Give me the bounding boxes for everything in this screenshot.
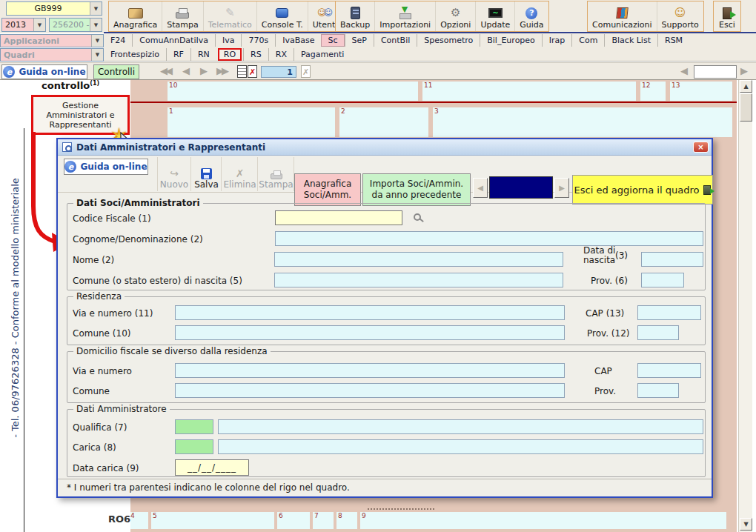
cognome-input[interactable] (275, 231, 703, 246)
importa-soci-button[interactable]: Importa Soci/Ammin. da anno precedente (362, 173, 471, 206)
data-carica-input[interactable]: __/__/____ (175, 459, 249, 476)
tab-f24[interactable]: F24 (104, 34, 132, 47)
quadri-combobox[interactable]: Quadri ▼ (0, 48, 104, 61)
residenza-prov-input[interactable] (637, 325, 679, 340)
chevron-down-icon[interactable]: ▼ (33, 19, 45, 31)
tab-bil-europeo[interactable]: Bil_Europeo (480, 34, 542, 47)
prov-nascita-input[interactable] (641, 273, 684, 287)
console-button[interactable]: Console T. (257, 1, 308, 31)
prev-record-icon[interactable]: ◀ (182, 65, 188, 76)
guida-button[interactable]: ? Guida (515, 1, 548, 31)
comune-nascita-input[interactable] (274, 273, 563, 287)
tab-com[interactable]: Com (571, 34, 604, 47)
residenza-via-input[interactable] (175, 305, 565, 320)
supporto-button[interactable]: ☺ Supporto (657, 1, 703, 31)
search-magnifier-icon[interactable] (414, 213, 421, 221)
pager-left-icon[interactable]: ◀ (680, 65, 686, 76)
controlli-button[interactable]: Controlli (93, 64, 139, 79)
domicilio-prov-input[interactable] (637, 383, 679, 398)
carica-input[interactable] (218, 439, 703, 454)
elimina-button[interactable]: ✗ Elimina (222, 157, 258, 191)
guida-online-button[interactable]: e Guida on-line (1, 64, 87, 79)
update-button[interactable]: ~ Update (476, 1, 515, 31)
qualifica-input[interactable] (218, 419, 703, 434)
form-cell[interactable]: 8 (336, 512, 357, 529)
tab-770s[interactable]: 770s (241, 34, 275, 47)
tab-pagamenti[interactable]: Pagamenti (294, 48, 351, 61)
tab-rx[interactable]: RX (268, 48, 294, 61)
applicazioni-combobox[interactable]: Applicazioni ▼ (0, 34, 104, 47)
pager-value-box[interactable] (694, 65, 737, 79)
domicilio-cap-input[interactable] (637, 363, 701, 378)
chevron-down-icon[interactable]: ▼ (90, 2, 102, 15)
tab-sc-active[interactable]: Sc (321, 34, 344, 47)
domicilio-comune-input[interactable] (175, 383, 565, 398)
stampa-button[interactable]: Stampa (162, 1, 203, 31)
tab-frontespizio[interactable]: Frontespizio (104, 48, 166, 61)
tab-black-list[interactable]: Black List (604, 34, 657, 47)
delete-page-icon[interactable]: ✗ (248, 65, 257, 78)
first-record-icon[interactable]: ◀◀ (160, 65, 170, 76)
form-cell[interactable]: 9 (360, 512, 726, 529)
esci-aggiorna-button[interactable]: Esci ed aggiorna il quadro (572, 175, 713, 205)
dialog-stampa-button[interactable]: Stampa (259, 157, 294, 191)
anagrafica-button[interactable]: Anagrafica (109, 1, 162, 31)
pager-right-icon[interactable]: ▶ (740, 65, 746, 76)
form-cell[interactable]: 3 (433, 107, 732, 137)
tab-rs[interactable]: RS (243, 48, 268, 61)
tab-spesometro[interactable]: Spesometro (417, 34, 480, 47)
tab-rf[interactable]: RF (166, 48, 190, 61)
scroll-up-icon[interactable]: ▲ (740, 80, 752, 93)
form-cell[interactable]: 10 (168, 82, 418, 101)
backup-button[interactable]: Backup (336, 1, 375, 31)
next-record-icon[interactable]: ▶ (200, 65, 205, 76)
form-cell[interactable]: 12 (640, 82, 666, 101)
record-next-icon[interactable]: ▶ (554, 178, 569, 198)
close-icon[interactable]: × (693, 142, 709, 153)
tab-iva[interactable]: Iva (215, 34, 242, 47)
form-cell[interactable]: 1 (168, 107, 335, 137)
tab-sep[interactable]: SeP (345, 34, 374, 47)
form-cell[interactable]: 13 (670, 82, 732, 101)
comunicazioni-button[interactable]: Comunicazioni (588, 1, 657, 31)
scroll-down-icon[interactable]: ▼ (740, 518, 752, 531)
form-cell[interactable]: 2 (339, 107, 428, 137)
form-cell[interactable]: 11 (422, 82, 636, 101)
form-cell[interactable]: 7 (313, 512, 334, 529)
data-nascita-input[interactable] (641, 252, 703, 267)
opzioni-button[interactable]: ⚙ Opzioni (436, 1, 476, 31)
client-combobox[interactable]: GB999 ▼ (6, 1, 102, 16)
year-combobox[interactable]: 2013 ▼ (1, 18, 46, 32)
codice-fiscale-input[interactable] (275, 210, 402, 225)
chevron-down-icon[interactable]: ▼ (90, 19, 102, 31)
nome-input[interactable] (274, 252, 563, 267)
domicilio-via-input[interactable] (175, 363, 565, 378)
last-record-icon[interactable]: ▶▶ (216, 65, 227, 76)
dialog-guida-online-button[interactable]: e Guida on-line (64, 159, 148, 175)
tab-rn[interactable]: RN (190, 48, 216, 61)
form-cell[interactable]: 4 (129, 512, 148, 529)
tab-ivabase[interactable]: IvaBase (275, 34, 321, 47)
chevron-down-icon[interactable]: ▼ (91, 35, 103, 47)
tab-rsm[interactable]: RSM (657, 34, 689, 47)
page-number-box[interactable]: 1 (261, 66, 296, 78)
nuovo-button[interactable]: ↪ Nuovo (157, 157, 191, 191)
scrollbar-thumb[interactable] (740, 93, 752, 122)
chevron-down-icon[interactable]: ▼ (91, 49, 103, 61)
tab-irap[interactable]: Irap (542, 34, 572, 47)
form-cell[interactable]: 5 (151, 512, 274, 529)
qualifica-code-input[interactable] (175, 419, 213, 434)
residenza-comune-input[interactable] (175, 325, 565, 340)
record-prev-icon[interactable]: ◀ (473, 178, 488, 198)
dialog-titlebar[interactable]: Dati Amministratori e Rappresentanti (58, 139, 712, 156)
esci-button[interactable]: Esci (714, 1, 740, 31)
telematico-button[interactable]: ✎ Telematico (204, 1, 257, 31)
tab-ro-highlighted[interactable]: RO (218, 48, 242, 61)
tab-comuanndativa[interactable]: ComuAnnDatiIva (132, 34, 215, 47)
importazioni-button[interactable]: Importazioni (375, 1, 436, 31)
residenza-cap-input[interactable] (637, 305, 701, 320)
form-cell[interactable]: 6 (277, 512, 310, 529)
vertical-scrollbar[interactable]: ▲ ▼ (738, 80, 752, 532)
tab-contbil[interactable]: ContBil (374, 34, 417, 47)
new-page-icon[interactable] (237, 65, 247, 78)
